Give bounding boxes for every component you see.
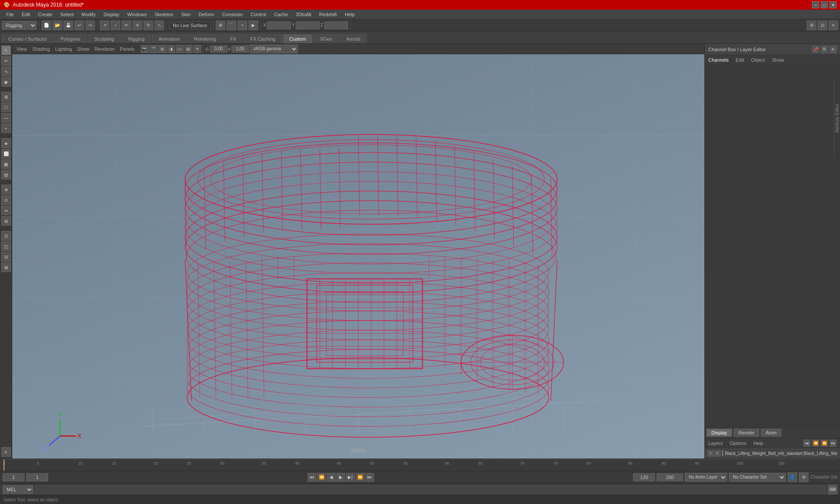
tab-rendering[interactable]: Rendering — [187, 34, 223, 43]
extrude-button[interactable]: ⊡ — [1, 231, 11, 241]
anim-end-input[interactable] — [633, 473, 655, 481]
tab-custom[interactable]: Custom — [283, 34, 313, 43]
next-frame-button[interactable]: ▶| — [346, 473, 355, 482]
sculpt-button[interactable]: ◉ — [1, 77, 11, 87]
component-mode-button[interactable]: ⊠ — [1, 92, 11, 102]
range-start-input[interactable] — [3, 473, 24, 481]
snap-settings-button[interactable]: ⊕ — [1, 185, 11, 194]
menu-deform[interactable]: Deform — [195, 11, 218, 18]
menu-modify[interactable]: Modify — [78, 11, 99, 18]
anim-layer-select[interactable]: No Anim Layer — [685, 473, 727, 482]
face-button[interactable]: ▪ — [1, 123, 11, 133]
maximize-button[interactable]: □ — [821, 1, 828, 8]
exposure-input[interactable] — [210, 46, 228, 52]
channel-tab-edit[interactable]: Edit — [735, 57, 744, 63]
bridge-button[interactable]: ⊟ — [1, 252, 11, 262]
options-link[interactable]: Options — [730, 441, 746, 446]
menu-skin[interactable]: Skin — [178, 11, 194, 18]
select-mode-button[interactable]: ↖ — [1, 46, 11, 55]
channel-box-close[interactable]: ✕ — [830, 46, 836, 53]
grid-button[interactable]: ⊡ — [818, 21, 827, 30]
anim-settings-icon[interactable]: ⚙ — [799, 472, 808, 482]
prev-frame-button[interactable]: ◀ — [327, 473, 336, 482]
help-link[interactable]: Help — [753, 441, 763, 446]
merge-button[interactable]: ⊠ — [1, 262, 11, 272]
menu-skeleton[interactable]: Skeleton — [151, 11, 177, 18]
current-frame-input[interactable] — [26, 473, 48, 481]
symmetry-button[interactable]: ⇔ — [1, 206, 11, 215]
vp-icon-grid[interactable]: ⊞ — [158, 45, 166, 53]
character-set-select[interactable]: No Character Set — [729, 473, 786, 482]
layer-nav-next[interactable]: ⏩ — [821, 440, 828, 447]
snap-curve-button[interactable]: ⌒ — [227, 21, 236, 30]
vp-menu-shading[interactable]: Shading — [30, 46, 52, 52]
vp-icon-wireframe[interactable]: ▭ — [176, 45, 184, 53]
vp-icon-texture[interactable]: ▤ — [185, 45, 192, 53]
menu-help[interactable]: Help — [341, 11, 358, 18]
play-forward-button[interactable]: ▶ — [336, 473, 345, 482]
save-scene-button[interactable]: 💾 — [63, 21, 73, 30]
color-space-select[interactable]: sRGB gamma — [250, 45, 298, 53]
step-back-button[interactable]: ⏪ — [317, 473, 326, 482]
tab-polygons[interactable]: Polygons — [54, 34, 87, 43]
menu-create[interactable]: Create — [35, 11, 56, 18]
layer-nav-prev[interactable]: ⏪ — [812, 440, 819, 447]
step-forward-button[interactable]: ⏩ — [356, 473, 364, 482]
tab-xgen[interactable]: XGen — [313, 34, 339, 43]
menu-redshift[interactable]: Redshift — [316, 11, 340, 18]
paint-button[interactable]: ✏ — [1, 56, 11, 66]
command-input[interactable] — [35, 485, 826, 494]
open-scene-button[interactable]: 📂 — [52, 21, 62, 30]
channel-box-float[interactable]: ⧉ — [821, 46, 828, 53]
settings-button[interactable]: ⚙ — [807, 21, 816, 30]
y-input[interactable] — [296, 21, 320, 29]
menu-display[interactable]: Display — [100, 11, 123, 18]
render-button[interactable]: ▶ — [248, 21, 258, 30]
lasso-button[interactable]: ○ — [111, 21, 120, 30]
menu-select[interactable]: Select — [57, 11, 77, 18]
channel-tab-object[interactable]: Object — [751, 57, 765, 63]
tab-curves-surfaces[interactable]: Curves / Surfaces — [2, 34, 53, 43]
tab-animation[interactable]: Animation — [152, 34, 186, 43]
menu-file[interactable]: File — [3, 11, 18, 18]
vp-menu-view[interactable]: View — [14, 46, 30, 52]
vp-menu-show[interactable]: Show — [75, 46, 92, 52]
go-start-button[interactable]: ⏮ — [308, 473, 316, 482]
vp-menu-panels[interactable]: Panels — [117, 46, 137, 52]
curve-tool-button[interactable]: ∿ — [1, 66, 11, 76]
z-input[interactable] — [324, 21, 348, 29]
paint-select-button[interactable]: ✏ — [122, 21, 131, 30]
tab-fx-caching[interactable]: FX Caching — [244, 34, 282, 43]
menu-windows[interactable]: Windows — [124, 11, 150, 18]
vp-icon-camera[interactable]: 📷 — [141, 45, 149, 53]
vp-icon-film[interactable]: 🎬 — [150, 45, 158, 53]
scale-button[interactable]: ⤡ — [154, 21, 164, 30]
channel-tab-show[interactable]: Show — [772, 57, 784, 63]
anim-max-input[interactable] — [657, 473, 683, 481]
menu-control[interactable]: Control — [247, 11, 270, 18]
smooth-button[interactable]: ▦ — [1, 159, 11, 169]
gamma-input[interactable] — [231, 46, 249, 52]
vp-icon-shading[interactable]: ◑ — [167, 45, 175, 53]
snap-point-button[interactable]: • — [238, 21, 247, 30]
vp-icon-light[interactable]: ☀ — [193, 45, 201, 53]
menu-cache[interactable]: Cache — [270, 11, 291, 18]
display-level-button[interactable]: ▤ — [1, 170, 11, 179]
edge-button[interactable]: — — [1, 113, 11, 122]
dra-tab-render[interactable]: Render — [734, 429, 759, 437]
viewport-3d[interactable]: X Y Z persp — [12, 54, 704, 458]
soft-select-button[interactable]: ⊙ — [1, 195, 11, 205]
script-type-select[interactable]: MEL Python — [3, 485, 33, 494]
close-button[interactable]: ✕ — [830, 1, 836, 8]
mirror-button[interactable]: ⊞ — [1, 216, 11, 226]
object-mode-button[interactable]: ◈ — [1, 138, 11, 148]
rotate-button[interactable]: ↻ — [144, 21, 153, 30]
rigging-select[interactable]: Rigging — [2, 21, 37, 30]
script-editor-button[interactable]: ⌨ — [828, 485, 837, 494]
vp-menu-renderer[interactable]: Renderer — [92, 46, 117, 52]
x-input[interactable] — [267, 21, 291, 29]
character-set-icon[interactable]: 👤 — [788, 472, 797, 482]
no-live-surface-btn[interactable]: No Live Surface — [169, 21, 211, 29]
quick-menu-button[interactable]: ≡ — [1, 447, 11, 457]
new-scene-button[interactable]: 📄 — [42, 21, 51, 30]
